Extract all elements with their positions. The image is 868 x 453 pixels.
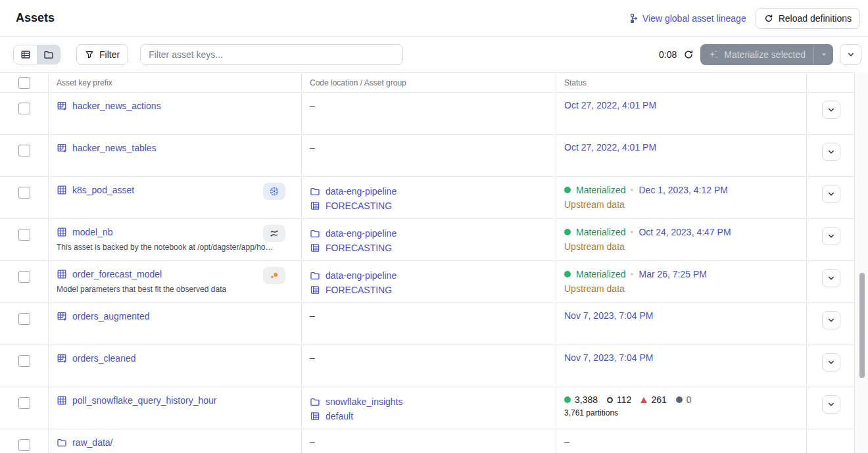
asset-link[interactable]: model_nb: [72, 226, 113, 238]
code-location-link[interactable]: data-eng-pipeline: [326, 184, 397, 199]
separator-dot: [631, 231, 633, 233]
materialization-timestamp-link[interactable]: Nov 7, 2023, 7:04 PM: [564, 310, 653, 321]
table-body: hacker_news_actions–Oct 27, 2022, 4:01 P…: [0, 93, 854, 453]
table-row: orders_augmented–Nov 7, 2023, 7:04 PM: [0, 303, 854, 345]
row-menu-button[interactable]: [822, 311, 840, 329]
row-checkbox[interactable]: [18, 439, 30, 451]
asset-group-link[interactable]: default: [326, 409, 353, 423]
asset-key-cell: hacker_news_tables: [48, 135, 301, 176]
asset-link[interactable]: k8s_pod_asset: [72, 184, 134, 196]
asset-group-link[interactable]: FORECASTING: [326, 241, 392, 255]
materialization-timestamp-link[interactable]: Mar 26, 7:25 PM: [639, 268, 707, 280]
view-global-asset-lineage-link[interactable]: View global asset lineage: [627, 13, 746, 24]
jupyter-icon: [269, 270, 279, 281]
materialization-timestamp-link[interactable]: Nov 7, 2023, 7:04 PM: [564, 352, 653, 363]
row-select-cell: [0, 219, 48, 260]
jupyter-badge: [263, 267, 285, 284]
row-menu-button[interactable]: [822, 269, 840, 287]
list-view-button[interactable]: [14, 45, 37, 64]
asset-description: This asset is backed by the notebook at …: [57, 243, 290, 252]
reload-definitions-button[interactable]: Reload definitions: [756, 8, 860, 29]
asset-group-link[interactable]: FORECASTING: [326, 283, 392, 297]
asset-link[interactable]: orders_cleaned: [72, 352, 136, 364]
asset-group-icon: [310, 285, 320, 295]
toolbar-collapse-button[interactable]: [840, 44, 861, 65]
select-all-checkbox[interactable]: [18, 77, 30, 89]
asset-key-cell: k8s_pod_asset: [48, 177, 301, 218]
folder-view-button[interactable]: [37, 45, 60, 64]
row-menu-button[interactable]: [822, 101, 840, 119]
table-row: hacker_news_actions–Oct 27, 2022, 4:01 P…: [0, 93, 854, 135]
row-checkbox[interactable]: [18, 229, 30, 241]
status-line: MaterializedMar 26, 7:25 PM: [564, 268, 798, 280]
code-location-cell: –: [301, 345, 556, 387]
circle-hollow-icon: [607, 397, 613, 403]
asset-key-cell: order_forecast_modelModel parameters tha…: [48, 261, 301, 302]
row-menu-button[interactable]: [822, 143, 840, 161]
materialize-selected-button[interactable]: Materialize selected: [700, 44, 813, 65]
lineage-icon: [627, 13, 638, 24]
row-checkbox[interactable]: [18, 355, 30, 367]
asset-link[interactable]: poll_snowflake_query_history_hour: [72, 394, 216, 406]
row-checkbox[interactable]: [18, 145, 30, 156]
filter-asset-keys-input[interactable]: [140, 44, 403, 65]
code-location-cell: data-eng-pipelineFORECASTING: [301, 261, 556, 302]
code-location-cell: –: [301, 93, 556, 134]
row-checkbox[interactable]: [18, 103, 30, 114]
code-location-cell: –: [301, 303, 556, 345]
separator-dot: [631, 273, 633, 275]
row-select-cell: [0, 93, 48, 134]
materialization-timestamp-link[interactable]: Oct 24, 2023, 4:47 PM: [639, 226, 731, 238]
table-row: orders_cleaned–Nov 7, 2023, 7:04 PM: [0, 345, 854, 387]
refresh-icon: [683, 49, 694, 60]
page-header: Assets View global asset lineage Reload …: [0, 0, 868, 37]
asset-link[interactable]: order_forecast_model: [72, 268, 162, 280]
refresh-timer: 0:08: [659, 49, 677, 60]
row-menu-button[interactable]: [822, 353, 840, 371]
asset-description: Model parameters that best fit the obser…: [57, 285, 290, 294]
upstream-data-tag: Upstream data: [564, 283, 798, 295]
folder-icon: [310, 228, 320, 239]
toolbar: Filter 0:08 Materialize selected: [0, 37, 868, 72]
code-location-link[interactable]: snowflake_insights: [326, 394, 403, 409]
row-select-cell: [0, 303, 48, 345]
scrollbar-thumb[interactable]: [859, 273, 865, 378]
materialize-button-label: Materialize selected: [724, 49, 806, 60]
status-cell: Oct 27, 2022, 4:01 PM: [556, 93, 806, 134]
materialization-timestamp-link[interactable]: Dec 1, 2023, 4:12 PM: [639, 184, 727, 196]
row-checkbox[interactable]: [18, 187, 30, 199]
asset-link[interactable]: orders_augmented: [72, 310, 150, 322]
row-checkbox[interactable]: [18, 397, 30, 409]
table-row: k8s_pod_assetdata-eng-pipelineFORECASTIN…: [0, 177, 854, 219]
table-add-icon: [57, 101, 67, 111]
asset-name-line: hacker_news_tables: [57, 142, 293, 154]
asset-group-link[interactable]: FORECASTING: [326, 199, 392, 213]
kubernetes-badge: [263, 183, 285, 200]
row-checkbox[interactable]: [18, 313, 30, 325]
table-add-icon: [57, 311, 67, 322]
row-checkbox[interactable]: [18, 271, 30, 283]
materialization-timestamp-link[interactable]: Oct 27, 2022, 4:01 PM: [564, 100, 656, 110]
code-location-link[interactable]: data-eng-pipeline: [326, 268, 397, 283]
asset-key-cell: orders_cleaned: [48, 345, 301, 387]
code-location-link[interactable]: data-eng-pipeline: [326, 226, 397, 241]
asset-link[interactable]: hacker_news_tables: [72, 142, 157, 154]
partition-count: 3,388: [564, 394, 598, 405]
materialize-split-button: Materialize selected: [700, 44, 833, 65]
scrollbar-track[interactable]: [856, 72, 868, 453]
refresh-button[interactable]: [683, 49, 694, 60]
code-location-dash: –: [310, 310, 315, 321]
row-select-cell: [0, 135, 48, 176]
chevron-down-icon: [827, 358, 836, 367]
row-menu-button[interactable]: [822, 227, 840, 245]
filter-button[interactable]: Filter: [76, 44, 128, 65]
asset-link[interactable]: raw_data/: [72, 437, 112, 448]
materialize-caret-button[interactable]: [813, 44, 833, 65]
table-row: raw_data/––: [0, 429, 854, 453]
materialized-label: Materialized: [576, 226, 625, 238]
materialization-timestamp-link[interactable]: Oct 27, 2022, 4:01 PM: [564, 142, 656, 153]
code-location-line: data-eng-pipeline: [310, 184, 548, 199]
row-menu-button[interactable]: [822, 395, 840, 414]
asset-link[interactable]: hacker_news_actions: [72, 100, 161, 112]
row-menu-button[interactable]: [822, 185, 840, 203]
